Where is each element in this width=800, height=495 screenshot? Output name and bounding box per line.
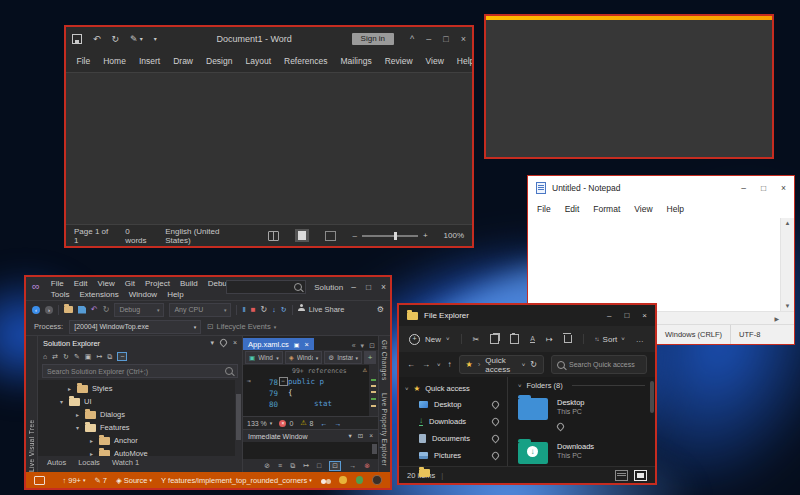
step-into-icon[interactable]: ↓ (272, 306, 276, 313)
tab-layout[interactable]: Layout (239, 56, 278, 66)
menu-format[interactable]: Format (586, 204, 627, 214)
tab-git-changes[interactable]: Git Changes (381, 340, 388, 381)
menu-view[interactable]: View (627, 204, 659, 214)
save-icon[interactable] (72, 34, 82, 44)
zoom-slider-thumb[interactable] (394, 232, 397, 240)
feedback-icon[interactable] (34, 476, 45, 485)
up-icon[interactable]: ↑ (448, 360, 452, 369)
tab-autos[interactable]: Autos (42, 458, 71, 472)
codelens-references[interactable]: 99+ references (288, 366, 369, 376)
status-sync-icon[interactable] (356, 476, 364, 484)
menu-tools[interactable]: Tools (46, 289, 75, 300)
close-icon[interactable]: × (461, 34, 466, 44)
maximize-icon[interactable]: □ (366, 282, 371, 292)
undo-icon[interactable]: ↶ (93, 34, 101, 44)
tab-live-visual-tree[interactable]: Live Visual Tree (28, 352, 35, 472)
process-dropdown[interactable]: [20004] WindowTop.exe▾ (69, 320, 201, 334)
unsaved-changes[interactable]: ✎7 (95, 476, 107, 485)
word-title-bar[interactable]: ↶ ↻ ✎▾ ▾ Document1 - Word Sign in ^ – □ … (66, 27, 472, 50)
tab-watch1[interactable]: Watch 1 (107, 458, 144, 472)
scrollbar-thumb[interactable] (372, 444, 377, 454)
print-layout-icon[interactable] (295, 229, 309, 242)
tab-references[interactable]: References (278, 56, 334, 66)
menu-git[interactable]: Git (120, 278, 140, 289)
folder-tile-downloads[interactable]: ↓ Downloads This PC (518, 442, 645, 466)
vs-title-bar[interactable]: ∞ File Edit View Git Project Build Debug… (26, 277, 390, 300)
tab-mailings[interactable]: Mailings (334, 56, 378, 66)
bookmark-icon[interactable]: ⇥ (246, 377, 250, 385)
word-document-area[interactable] (66, 73, 472, 224)
tree-item[interactable]: ▸Styles (38, 382, 242, 395)
vs-search-box[interactable] (226, 280, 306, 294)
tab-draw[interactable]: Draw (167, 56, 200, 66)
scroll-right-icon[interactable]: ▶ (774, 315, 779, 322)
copy-icon[interactable]: ⧉ (290, 462, 295, 470)
copy-icon[interactable] (490, 334, 499, 344)
menu-window[interactable]: Window (124, 289, 162, 300)
editor-scrollbar[interactable] (369, 365, 378, 416)
lifecycle-events-dropdown[interactable]: ⊡Lifecycle Events▾ (207, 322, 276, 331)
caret-down-icon[interactable]: ▾ (210, 339, 214, 347)
maximize-icon[interactable]: □ (443, 34, 448, 44)
split-window-icon[interactable]: ⊡ (369, 342, 375, 350)
zoom-level[interactable]: 100% (444, 231, 464, 240)
breadcrumb[interactable]: ★ › Quick access ˅ ↻ (459, 355, 544, 374)
page-indicator[interactable]: Page 1 of 1 (74, 227, 109, 245)
folder-tile-desktop[interactable]: Desktop This PC (518, 398, 645, 434)
details-view-icon[interactable] (615, 470, 628, 481)
class-dropdown[interactable]: ◈Windo...▾ (285, 351, 323, 364)
explorer-title-bar[interactable]: File Explorer – □ × (399, 305, 655, 326)
address-dropdown-icon[interactable]: ˅ (522, 362, 526, 368)
minimize-icon[interactable]: – (741, 183, 746, 193)
menu-edit[interactable]: Edit (69, 278, 93, 289)
next-issue-icon[interactable]: → (334, 420, 341, 427)
menu-build[interactable]: Build (175, 278, 203, 289)
folders-group-header[interactable]: ˅ Folders (8) (518, 381, 645, 390)
collapse-all-icon[interactable]: ↦ (96, 353, 102, 361)
sort-button[interactable]: ↑↓Sort˅ (595, 335, 625, 344)
tab-view[interactable]: View (419, 56, 450, 66)
close-icon[interactable]: × (381, 282, 386, 292)
more-options-icon[interactable]: … (636, 335, 644, 344)
recent-locations-icon[interactable]: ˅ (437, 362, 441, 368)
delete-icon[interactable] (564, 335, 572, 343)
caret-down-icon[interactable]: ▾ (348, 432, 351, 440)
maximize-icon[interactable]: □ (761, 183, 766, 193)
back-icon[interactable]: ← (407, 360, 415, 369)
refresh-icon[interactable]: ↻ (530, 360, 537, 369)
maximize-icon[interactable]: □ (624, 311, 629, 320)
tab-help[interactable]: Help (450, 56, 474, 66)
solution-explorer-header[interactable]: Solution Explorer ▾ × (38, 336, 242, 350)
menu-edit[interactable]: Edit (558, 204, 587, 214)
redo-icon[interactable]: ↻ (112, 34, 120, 44)
web-layout-icon[interactable] (325, 231, 336, 241)
rename-icon[interactable]: A (530, 335, 535, 343)
vertical-scrollbar[interactable] (650, 381, 654, 413)
tree-item[interactable]: ▸Dialogs (38, 408, 242, 421)
sync-with-active-document-icon[interactable]: ⧉ (107, 353, 112, 361)
read-mode-icon[interactable] (268, 231, 279, 241)
switch-views-icon[interactable]: ⇄ (52, 353, 58, 361)
close-icon[interactable]: × (305, 340, 309, 349)
pending-changes-filter-icon[interactable]: ✎ (74, 353, 80, 361)
refresh-icon[interactable]: ↻ (63, 353, 69, 361)
share-icon[interactable]: ↦ (546, 335, 553, 344)
zoom-slider[interactable] (362, 235, 418, 237)
tab-app-xaml-cs[interactable]: App.xaml.cs ▣ × (243, 338, 314, 350)
project-dropdown[interactable]: ▣Windo...▾ (245, 351, 283, 364)
repository-picker[interactable]: ◈Source▾ (116, 476, 152, 485)
navigate-forward-icon[interactable]: › (45, 306, 53, 314)
menu-view[interactable]: View (93, 278, 120, 289)
close-icon[interactable]: × (642, 311, 647, 320)
platform-dropdown[interactable]: Any CPU▾ (169, 303, 231, 317)
sidebar-item-downloads[interactable]: ↓Downloads (399, 413, 507, 430)
configuration-dropdown[interactable]: Debug▾ (114, 303, 164, 317)
delete-icon[interactable]: ⊗ (364, 462, 370, 470)
forward-icon[interactable]: → (422, 360, 430, 369)
scroll-tabs-icon[interactable]: « (352, 342, 356, 350)
close-icon[interactable]: × (233, 339, 237, 347)
tab-live-property-explorer[interactable]: Live Property Explorer (381, 393, 388, 466)
vertical-scrollbar[interactable]: ▲ ▼ (780, 218, 794, 311)
minimize-icon[interactable]: – (607, 311, 611, 320)
export-icon[interactable]: ↦ (303, 462, 309, 470)
